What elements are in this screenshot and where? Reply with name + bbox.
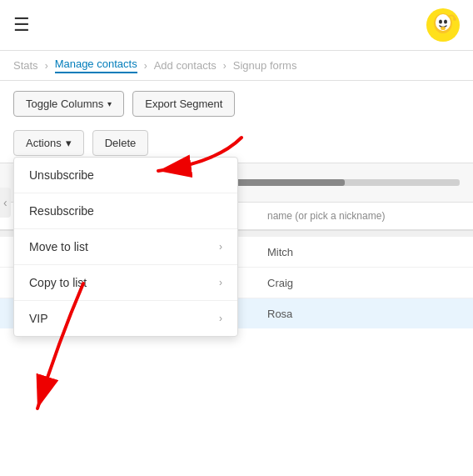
nav-stats[interactable]: Stats: [13, 59, 38, 72]
nav-manage-contacts[interactable]: Manage contacts: [55, 58, 137, 73]
mailchimp-logo: [426, 8, 460, 42]
actions-dropdown-menu: Unsubscribe Resubscribe Move to list › C…: [13, 157, 238, 337]
nav-signup-forms[interactable]: Signup forms: [233, 59, 297, 72]
nav-sep-2: ›: [144, 60, 147, 72]
delete-button[interactable]: Delete: [92, 130, 149, 156]
dropdown-item-vip[interactable]: VIP ›: [14, 301, 237, 336]
chevron-down-icon: ▾: [107, 99, 112, 108]
dropdown-item-move-to-list[interactable]: Move to list ›: [14, 229, 237, 265]
actions-row: Actions ▾ Delete Unsubscribe Resubscribe…: [0, 127, 473, 163]
svg-point-4: [444, 20, 447, 24]
actions-chevron-icon: ▾: [66, 137, 72, 149]
header-name-col: name (or pick a nickname): [267, 210, 460, 222]
chevron-right-icon-3: ›: [219, 313, 222, 324]
dropdown-item-unsubscribe[interactable]: Unsubscribe: [14, 158, 237, 193]
chevron-right-icon: ›: [219, 241, 222, 253]
svg-point-6: [453, 18, 456, 21]
secondary-nav: Stats › Manage contacts › Add contacts ›…: [0, 51, 473, 81]
svg-point-5: [441, 27, 446, 30]
top-nav: ☰: [0, 0, 473, 51]
nav-sep-1: ›: [45, 60, 48, 72]
svg-point-3: [439, 20, 442, 24]
dropdown-item-resubscribe[interactable]: Resubscribe: [14, 193, 237, 229]
scroll-left-indicator[interactable]: ‹: [0, 188, 11, 218]
nav-add-contacts[interactable]: Add contacts: [154, 59, 217, 72]
hamburger-icon[interactable]: ☰: [13, 14, 30, 36]
nav-sep-3: ›: [223, 60, 227, 72]
actions-button[interactable]: Actions ▾: [13, 130, 84, 156]
row-name-2: Craig: [267, 277, 460, 289]
export-segment-button[interactable]: Export Segment: [132, 91, 235, 117]
dropdown-item-copy-to-list[interactable]: Copy to list ›: [14, 265, 237, 301]
toolbar: Toggle Columns ▾ Export Segment: [0, 81, 473, 127]
toggle-columns-button[interactable]: Toggle Columns ▾: [13, 91, 124, 117]
row-name-3: Rosa: [267, 308, 460, 320]
row-name-1: Mitch: [267, 246, 460, 258]
chevron-right-icon-2: ›: [219, 277, 222, 288]
